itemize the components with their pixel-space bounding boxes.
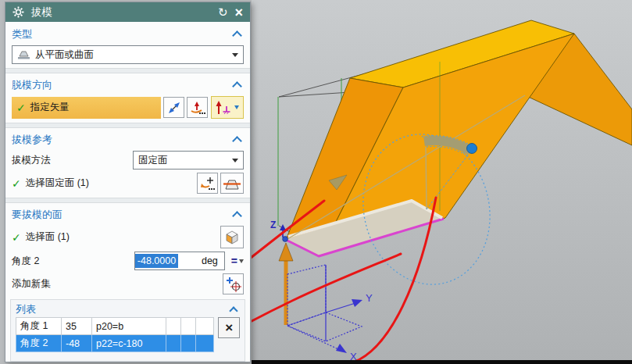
dialog-title: 拔模 bbox=[31, 5, 52, 20]
face-select-button[interactable] bbox=[220, 226, 244, 248]
list-cell-name[interactable]: 角度 2 bbox=[16, 335, 62, 352]
section-type-header[interactable]: 类型 bbox=[12, 25, 244, 44]
reset-button[interactable]: ↻ bbox=[218, 6, 228, 18]
close-button[interactable]: × bbox=[234, 5, 243, 20]
check-icon: ✓ bbox=[12, 231, 21, 244]
nx-application-window: Z Y X bbox=[0, 0, 632, 364]
list-row-angle1[interactable]: 角度 1 35 p20=b bbox=[16, 318, 214, 335]
vector-dialog-icon bbox=[189, 100, 206, 116]
specify-vector-field[interactable]: ✓ 指定矢量 bbox=[12, 97, 161, 119]
check-icon: ✓ bbox=[12, 177, 21, 190]
angle-drag-handle[interactable] bbox=[467, 144, 477, 154]
angle2-label: 角度 2 bbox=[12, 255, 39, 268]
type-row: 从平面或曲面 bbox=[12, 45, 244, 64]
section-faces-header[interactable]: 要拔模的面 bbox=[12, 205, 244, 224]
draft-type-icon bbox=[17, 49, 30, 60]
list-cell-formula[interactable]: p20=b bbox=[92, 318, 166, 335]
draft-method-row: 拔模方法 固定面 bbox=[12, 151, 244, 170]
draft-dialog: 拔模 ↻ × 类型 从平面或曲面 bbox=[5, 2, 251, 362]
collapse-chevron-icon[interactable] bbox=[232, 30, 242, 41]
fixed-face-label[interactable]: 选择固定面 (1) bbox=[26, 177, 89, 190]
dropdown-caret-icon bbox=[232, 159, 238, 162]
reselect-face-icon bbox=[199, 175, 216, 192]
y-axis-label: Y bbox=[366, 292, 373, 304]
select-face-label[interactable]: 选择面 (1) bbox=[26, 230, 70, 244]
equals-icon: = bbox=[231, 255, 237, 267]
draft-method-dropdown[interactable]: 固定面 bbox=[133, 151, 244, 170]
draft-method-value: 固定面 bbox=[138, 154, 168, 167]
list-cell-name[interactable]: 角度 1 bbox=[16, 318, 62, 335]
gear-icon bbox=[12, 6, 24, 18]
draft-type-value: 从平面或曲面 bbox=[35, 48, 94, 62]
fixed-plane-button[interactable] bbox=[220, 173, 244, 194]
model-scene: Z Y X bbox=[252, 0, 632, 364]
angle-zero-leg bbox=[426, 147, 427, 209]
section-faces-title: 要拔模的面 bbox=[12, 208, 62, 222]
hinge-vertex-point[interactable] bbox=[283, 237, 288, 242]
remove-list-item-button[interactable]: × bbox=[218, 317, 240, 338]
reverse-direction-icon bbox=[166, 100, 182, 116]
vector-combo-caret[interactable] bbox=[232, 105, 241, 109]
add-new-set-icon bbox=[225, 276, 242, 293]
dialog-body: 类型 从平面或曲面 脱模方向 bbox=[5, 22, 250, 362]
angle2-formula-button[interactable]: = bbox=[231, 255, 244, 267]
list-header[interactable]: 列表 bbox=[16, 302, 240, 317]
list-title: 列表 bbox=[16, 302, 36, 316]
list-group: 列表 角度 1 35 p20=b 角度 2 -48 bbox=[10, 299, 245, 362]
specify-vector-label: 指定矢量 bbox=[30, 101, 70, 114]
section-reference-title: 拔模参考 bbox=[12, 133, 52, 147]
check-icon: ✓ bbox=[16, 102, 26, 114]
draft-angle-list[interactable]: 角度 1 35 p20=b 角度 2 -48 p22=c-180 bbox=[16, 317, 214, 352]
angle2-value[interactable]: -48.0000 bbox=[135, 254, 178, 268]
add-new-set-button[interactable] bbox=[223, 273, 244, 294]
vector-dialog-button[interactable] bbox=[187, 97, 208, 118]
section-separator bbox=[5, 123, 250, 128]
add-set-label[interactable]: 添加新集 bbox=[12, 277, 51, 291]
dialog-titlebar[interactable]: 拔模 ↻ × bbox=[5, 2, 250, 22]
select-face-row: ✓ 选择面 (1) bbox=[12, 226, 244, 248]
video-letterbox-strip bbox=[252, 360, 632, 364]
list-cell-formula[interactable]: p22=c-180 bbox=[92, 335, 166, 352]
specify-vector-row: ✓ 指定矢量 bbox=[12, 96, 244, 119]
formula-caret-icon bbox=[239, 259, 244, 263]
fixed-face-row: ✓ 选择固定面 (1) bbox=[12, 173, 244, 194]
list-cell-value[interactable]: -48 bbox=[62, 335, 92, 352]
vector-type-combo[interactable] bbox=[211, 96, 244, 119]
section-reference-header[interactable]: 拔模参考 bbox=[12, 130, 244, 149]
zc-axis-vector-icon bbox=[213, 99, 232, 116]
collapse-chevron-icon[interactable] bbox=[229, 306, 237, 315]
angle2-unit: deg bbox=[202, 255, 218, 266]
list-cell-value[interactable]: 35 bbox=[62, 318, 92, 335]
dropdown-caret-icon bbox=[232, 53, 238, 57]
collapse-chevron-icon[interactable] bbox=[232, 211, 242, 221]
fixed-plane-icon bbox=[223, 176, 241, 191]
angle2-row: 角度 2 -48.0000 deg = bbox=[12, 252, 244, 270]
graphics-viewport[interactable]: Z Y X bbox=[252, 0, 632, 364]
draft-type-dropdown[interactable]: 从平面或曲面 bbox=[12, 45, 244, 64]
section-separator bbox=[5, 68, 250, 73]
section-direction-title: 脱模方向 bbox=[12, 78, 52, 92]
add-set-row: 添加新集 bbox=[12, 273, 244, 294]
list-row-angle2-selected[interactable]: 角度 2 -48 p22=c-180 bbox=[16, 335, 214, 352]
cube-icon bbox=[223, 228, 241, 247]
section-separator bbox=[5, 198, 250, 203]
section-type-title: 类型 bbox=[12, 27, 32, 41]
draft-method-label: 拔模方法 bbox=[12, 154, 51, 167]
reverse-direction-button[interactable] bbox=[163, 97, 184, 118]
collapse-chevron-icon[interactable] bbox=[232, 136, 242, 146]
remove-x-icon: × bbox=[225, 320, 233, 336]
z-axis-label: Z bbox=[270, 219, 276, 230]
collapse-chevron-icon[interactable] bbox=[232, 81, 242, 91]
reselect-face-button[interactable] bbox=[197, 173, 218, 194]
angle2-input-field[interactable]: -48.0000 deg bbox=[134, 252, 225, 270]
section-direction-header[interactable]: 脱模方向 bbox=[12, 76, 244, 95]
